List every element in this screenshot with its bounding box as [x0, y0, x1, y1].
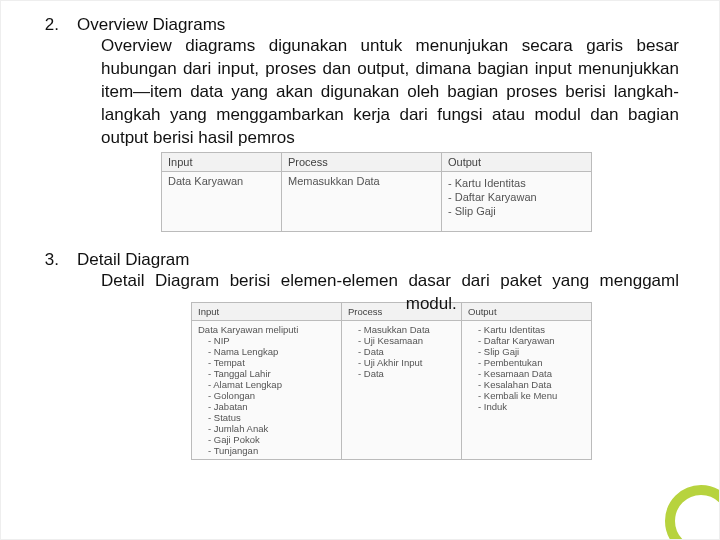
detail-process: Masukkan Data Uji Kesamaan Data Uji Akhi… — [342, 320, 462, 459]
section-number: 2. — [41, 15, 59, 35]
list-item: Nama Lengkap — [208, 346, 335, 357]
detail-input-head: Data Karyawan meliputi — [198, 324, 335, 335]
list-item: Slip Gaji — [478, 346, 585, 357]
list-item: Kesalahan Data — [478, 379, 585, 390]
overview-output-item: Daftar Karyawan — [448, 191, 585, 203]
list-item: Uji Kesamaan — [358, 335, 455, 346]
section-title: Detail Diagram — [77, 250, 189, 270]
th-output: Output — [442, 152, 592, 171]
list-item: Tempat — [208, 357, 335, 368]
overview-process: Memasukkan Data — [282, 171, 442, 231]
overview-input: Data Karyawan — [162, 171, 282, 231]
list-item: Masukkan Data — [358, 324, 455, 335]
detail-table: Input Process Output Data Karyawan melip… — [191, 302, 592, 460]
list-item: Kembali ke Menu — [478, 390, 585, 401]
body-pre: Detail Diagram berisi elemen-elemen dasa… — [101, 271, 679, 290]
detail-input: Data Karyawan meliputi NIP Nama Lengkap … — [192, 320, 342, 459]
th-output: Output — [462, 302, 592, 320]
detail-input-list: NIP Nama Lengkap Tempat Tanggal Lahir Al… — [198, 335, 335, 456]
list-item: Data — [358, 368, 455, 379]
section-number: 3. — [41, 250, 59, 270]
list-item: Jumlah Anak — [208, 423, 335, 434]
th-input: Input — [162, 152, 282, 171]
section-overview: 2. Overview Diagrams Overview diagrams d… — [41, 15, 679, 232]
list-item: Daftar Karyawan — [478, 335, 585, 346]
overview-table: Input Process Output Data Karyawan Memas… — [161, 152, 592, 232]
section-body: Overview diagrams digunakan untuk menunj… — [101, 35, 679, 150]
list-item: Kesamaan Data — [478, 368, 585, 379]
corner-circle-icon — [665, 485, 720, 540]
list-item: Tanggal Lahir — [208, 368, 335, 379]
overview-output-item: Slip Gaji — [448, 205, 585, 217]
page-content: 2. Overview Diagrams Overview diagrams d… — [1, 1, 719, 488]
list-item: Pembentukan — [478, 357, 585, 368]
overview-output-item: Kartu Identitas — [448, 177, 585, 189]
list-item: NIP — [208, 335, 335, 346]
detail-output: Kartu Identitas Daftar Karyawan Slip Gaj… — [462, 320, 592, 459]
body-post: modul. — [406, 294, 457, 313]
section-detail: 3. Detail Diagram Detail Diagram berisi … — [41, 250, 679, 460]
detail-process-list: Masukkan Data Uji Kesamaan Data Uji Akhi… — [348, 324, 455, 379]
list-item: Jabatan — [208, 401, 335, 412]
list-item: Data — [358, 346, 455, 357]
list-item: Tunjangan — [208, 445, 335, 456]
list-item: Gaji Pokok — [208, 434, 335, 445]
list-item: Golongan — [208, 390, 335, 401]
section-title: Overview Diagrams — [77, 15, 225, 35]
list-item: Uji Akhir Input — [358, 357, 455, 368]
list-item: Induk — [478, 401, 585, 412]
detail-output-list: Kartu Identitas Daftar Karyawan Slip Gaj… — [468, 324, 585, 412]
list-item: Kartu Identitas — [478, 324, 585, 335]
list-item: Status — [208, 412, 335, 423]
list-item: Alamat Lengkap — [208, 379, 335, 390]
overview-output: Kartu Identitas Daftar Karyawan Slip Gaj… — [442, 171, 592, 231]
th-process: Process — [282, 152, 442, 171]
